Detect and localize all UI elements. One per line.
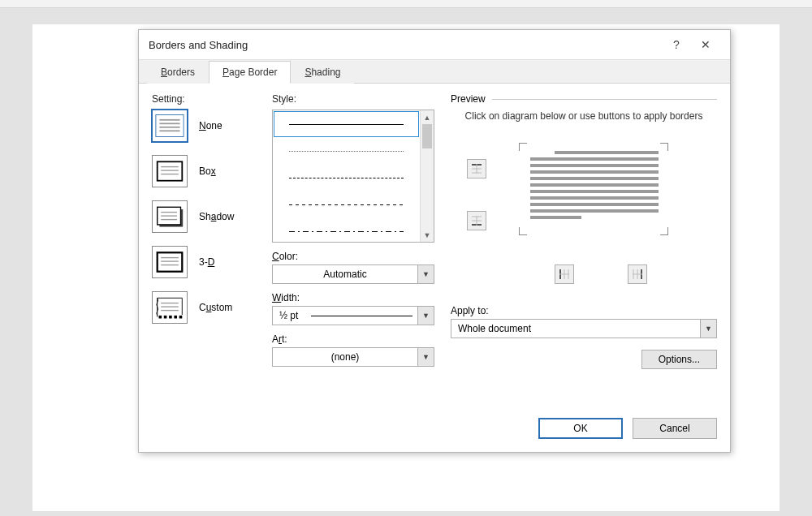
border-bottom-button[interactable] xyxy=(467,211,486,230)
setting-custom-icon xyxy=(152,291,188,324)
setting-box[interactable]: Box xyxy=(152,155,256,187)
border-right-button[interactable] xyxy=(628,264,647,284)
setting-3d-label: 3-D xyxy=(199,256,214,268)
setting-3d-icon xyxy=(152,246,188,278)
setting-shadow-label: Shadow xyxy=(199,211,234,222)
setting-custom-label: Custom xyxy=(199,302,232,313)
preview-diagram[interactable] xyxy=(520,144,667,234)
setting-custom[interactable]: Custom xyxy=(152,291,256,324)
art-combo[interactable]: (none) ▼ xyxy=(272,347,434,367)
scroll-down-icon[interactable]: ▼ xyxy=(421,228,434,242)
ok-button[interactable]: OK xyxy=(538,418,623,439)
setting-none[interactable]: None xyxy=(152,110,256,142)
chevron-down-icon[interactable]: ▼ xyxy=(417,265,434,283)
style-label: Style: xyxy=(272,93,434,105)
svg-rect-0 xyxy=(156,115,184,137)
style-solid[interactable] xyxy=(274,111,419,137)
apply-to-value: Whole document xyxy=(451,320,700,338)
border-top-button[interactable] xyxy=(467,159,486,178)
svg-rect-23 xyxy=(159,316,162,319)
width-value: ½ pt xyxy=(273,307,417,325)
setting-label: Setting: xyxy=(152,93,256,105)
tab-borders[interactable]: Borders xyxy=(147,61,209,84)
svg-rect-26 xyxy=(174,316,177,319)
svg-rect-5 xyxy=(158,161,183,180)
style-dashdot[interactable] xyxy=(274,218,419,243)
setting-3d[interactable]: 3-D xyxy=(152,246,256,278)
preview-area xyxy=(451,135,717,289)
style-dotted[interactable] xyxy=(274,138,419,164)
chevron-down-icon[interactable]: ▼ xyxy=(417,307,434,325)
setting-box-icon xyxy=(152,155,188,187)
cancel-button[interactable]: Cancel xyxy=(633,418,717,439)
close-icon: ✕ xyxy=(701,38,710,51)
tab-shading[interactable]: Shading xyxy=(291,61,354,84)
scroll-up-icon[interactable]: ▲ xyxy=(421,110,434,124)
close-button[interactable]: ✕ xyxy=(691,33,720,56)
preview-label: Preview xyxy=(451,93,486,105)
setting-none-icon xyxy=(152,110,188,142)
width-label: Width: xyxy=(272,292,434,303)
apply-to-combo[interactable]: Whole document ▼ xyxy=(451,319,717,338)
color-combo[interactable]: Automatic ▼ xyxy=(272,264,434,284)
color-value: Automatic xyxy=(273,265,417,283)
help-button[interactable]: ? xyxy=(662,33,691,56)
svg-rect-24 xyxy=(164,316,167,319)
svg-rect-25 xyxy=(169,316,172,319)
border-left-button[interactable] xyxy=(555,264,574,284)
titlebar: Borders and Shading ? ✕ xyxy=(139,30,730,59)
chevron-down-icon[interactable]: ▼ xyxy=(700,320,716,338)
art-label: Art: xyxy=(272,333,434,345)
art-value: (none) xyxy=(273,348,417,366)
color-label: Color: xyxy=(272,251,434,262)
dialog-title: Borders and Shading xyxy=(149,39,662,51)
style-dashed-long[interactable] xyxy=(274,165,419,191)
setting-box-label: Box xyxy=(199,166,216,177)
scroll-thumb[interactable] xyxy=(422,124,432,148)
svg-rect-27 xyxy=(179,316,183,319)
setting-shadow[interactable]: Shadow xyxy=(152,200,256,233)
help-icon: ? xyxy=(673,38,680,51)
borders-shading-dialog: Borders and Shading ? ✕ Borders Page Bor… xyxy=(138,29,731,453)
style-listbox[interactable]: ▲ ▼ xyxy=(272,110,434,243)
svg-rect-14 xyxy=(158,252,183,271)
width-combo[interactable]: ½ pt ▼ xyxy=(272,306,434,325)
preview-help-text: Click on diagram below or use buttons to… xyxy=(451,110,717,123)
apply-to-label: Apply to: xyxy=(451,305,717,316)
tab-page-border[interactable]: Page Border xyxy=(209,61,291,84)
chevron-down-icon[interactable]: ▼ xyxy=(417,348,434,366)
options-button[interactable]: Options... xyxy=(641,350,717,369)
setting-shadow-icon xyxy=(152,200,188,233)
style-dashed-short[interactable] xyxy=(274,191,419,217)
setting-none-label: None xyxy=(199,120,222,131)
tab-strip: Borders Page Border Shading xyxy=(139,59,730,84)
style-scrollbar[interactable]: ▲ ▼ xyxy=(420,110,434,242)
